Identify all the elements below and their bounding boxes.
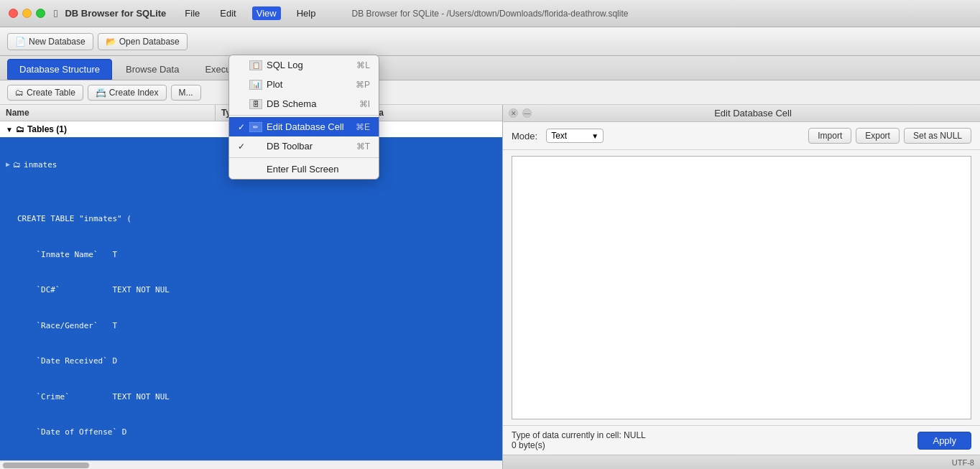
new-database-button[interactable]: 📄 New Database [7,33,93,50]
action-bar: 🗂 Create Table 📇 Create Index M... [0,80,980,105]
tabs-bar: Database Structure Browse Data Execute S… [0,56,980,80]
right-panel: ✕ — Edit Database Cell Mode: Text ▼ Impo… [503,105,980,469]
db-schema-icon: 🗄 [249,99,262,109]
traffic-lights [9,9,45,18]
db-toolbar-check: ✓ [238,141,249,152]
import-button[interactable]: Import [808,128,851,144]
tables-label: Tables (1) [27,124,67,134]
close-button[interactable] [9,9,18,18]
right-panel-actions: Import Export Set as NULL [808,128,971,144]
panel-minimize-icon[interactable]: — [522,108,532,118]
mode-select[interactable]: Text ▼ [546,129,604,143]
edit-db-cell-shortcut: ⌘E [356,122,370,132]
app-name: DB Browser for SQLite [65,8,166,19]
encoding-bar: UTF-8 [503,455,980,469]
menu-item-db-schema[interactable]: 🗄 DB Schema ⌘I [229,94,379,113]
full-screen-label: Enter Full Screen [267,164,338,175]
right-panel-title: Edit Database Cell [532,108,974,119]
create-index-icon: 📇 [96,88,106,98]
db-schema-shortcut: ⌘I [359,99,370,109]
col-header-name: Name [0,105,216,121]
open-db-icon: 📂 [106,37,116,47]
edit-db-cell-label: Edit Database Cell [267,121,344,132]
menu-edit[interactable]: Edit [216,6,240,20]
tab-browse-data[interactable]: Browse Data [114,59,191,80]
mode-label: Mode: [512,131,537,141]
sql-line-3: `DC#` TEXT NOT NUL [17,284,496,297]
menu-item-sql-log[interactable]: 📋 SQL Log ⌘L [229,55,379,75]
sql-line-6: `Crime` TEXT NOT NUL [17,391,496,404]
create-index-button[interactable]: 📇 Create Index [88,85,167,101]
export-button[interactable]: Export [856,128,900,144]
sql-line-4: `Race/Gender` T [17,320,496,333]
right-panel-footer: Type of data currently in cell: NULL 0 b… [503,425,980,455]
plot-label: Plot [267,79,282,90]
sql-line-1: CREATE TABLE "inmates" ( [17,213,496,226]
set-null-button[interactable]: Set as NULL [904,128,971,144]
tab-database-structure[interactable]: Database Structure [7,59,112,80]
sql-log-shortcut: ⌘L [356,60,370,70]
mode-value: Text [551,131,567,141]
minimize-button[interactable] [22,9,32,18]
more-button[interactable]: M... [171,85,201,101]
chevron-down-icon: ▼ [591,132,598,140]
sql-log-icon: 📋 [249,60,262,70]
tables-icon: 🗂 [16,124,24,134]
footer-info: Type of data currently in cell: NULL 0 b… [512,430,646,450]
panel-close-icon[interactable]: ✕ [509,108,518,118]
window-title: DB Browser for SQLite - /Users/dtown/Dow… [352,9,629,19]
scrollbar-thumb[interactable] [3,463,89,468]
create-table-button[interactable]: 🗂 Create Table [7,85,83,101]
text-area-wrap [503,150,980,425]
menu-item-edit-db-cell[interactable]: ✓ ✏ Edit Database Cell ⌘E [229,117,379,136]
menu-item-db-toolbar[interactable]: ✓ DB Toolbar ⌘T [229,136,379,156]
main-content: Name Type Schema ▼ 🗂 Tables (1) ▶ 🗂 inma… [0,105,980,469]
plot-shortcut: ⌘P [356,80,370,90]
db-schema-label: DB Schema [267,98,316,109]
cell-size-info: 0 byte(s) [512,440,646,450]
menu-view[interactable]: View [252,6,281,20]
horizontal-scrollbar[interactable] [0,460,502,469]
menu-item-plot[interactable]: 📊 Plot ⌘P [229,75,379,94]
maximize-button[interactable] [36,9,45,18]
apply-button[interactable]: Apply [917,432,971,450]
db-toolbar-shortcut: ⌘T [356,141,370,152]
cell-type-info: Type of data currently in cell: NULL [512,430,646,440]
new-db-icon: 📄 [15,37,26,47]
create-table-icon: 🗂 [15,88,24,98]
apple-icon:  [54,7,57,19]
edit-db-cell-icon: ✏ [249,122,262,132]
open-database-button[interactable]: 📂 Open Database [98,33,188,50]
cell-textarea[interactable] [512,156,971,419]
edit-db-cell-check: ✓ [238,122,249,132]
menu-help[interactable]: Help [292,6,320,20]
menu-file[interactable]: File [180,6,204,20]
menu-bar: File Edit View Help [180,6,320,20]
right-panel-toolbar: Mode: Text ▼ Import Export Set as NULL [503,122,980,150]
sql-log-label: SQL Log [267,60,303,70]
sql-line-2: `Inmate Name` T [17,249,496,261]
triangle-down-icon: ▼ [6,126,13,134]
plot-icon: 📊 [249,80,262,90]
title-bar:  DB Browser for SQLite File Edit View H… [0,0,980,27]
menu-item-enter-full-screen[interactable]: Enter Full Screen [229,159,379,179]
sql-line-5: `Date Received` D [17,356,496,368]
separator-1 [229,115,379,116]
view-dropdown-menu[interactable]: 📋 SQL Log ⌘L 📊 Plot ⌘P 🗄 DB Schema ⌘I ✓ … [228,55,379,180]
table-icon: 🗂 [13,160,21,170]
sql-line-7: `Date of Offense` D [17,427,496,439]
toolbar: 📄 New Database 📂 Open Database [0,27,980,56]
selected-sql-block[interactable]: ▶ 🗂 inmates CREATE TABLE "inmates" ( `In… [0,137,502,460]
encoding-label: UTF-8 [952,458,974,467]
separator-2 [229,157,379,158]
db-toolbar-label: DB Toolbar [267,141,313,152]
inmates-label: inmates [24,160,57,170]
